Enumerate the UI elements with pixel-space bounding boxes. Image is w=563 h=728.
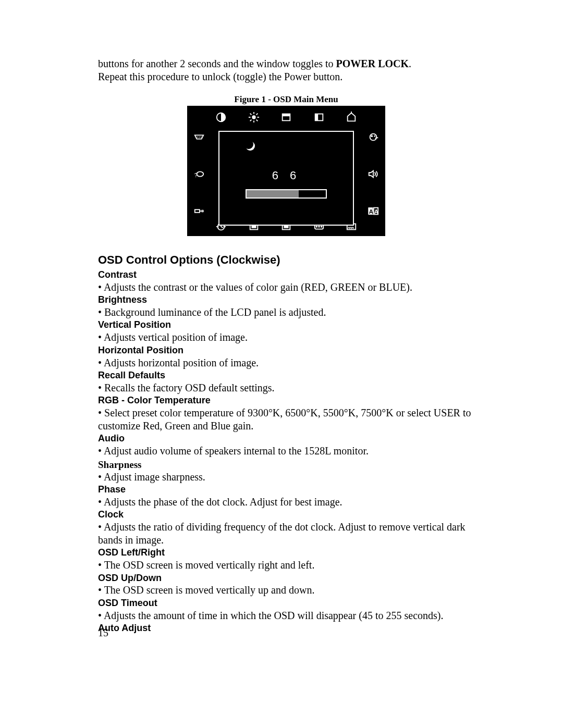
osd-progress-bar <box>246 189 327 199</box>
svg-line-7 <box>256 120 258 121</box>
svg-rect-37 <box>251 226 256 229</box>
figure-block: Figure 1 - OSD Main Menu ? AA <box>98 94 474 239</box>
svg-line-6 <box>250 114 251 115</box>
h-position-icon <box>311 111 327 124</box>
osd-icons-left-col: ? <box>191 131 207 217</box>
option-desc: • Adjusts horizontal position of image. <box>98 356 474 369</box>
intro-line-1: buttons for another 2 seconds and the wi… <box>98 57 474 70</box>
svg-text:A: A <box>369 208 373 215</box>
option-desc: • The OSD screen is moved vertically rig… <box>98 559 474 571</box>
option-desc: • Adjust image sharpness. <box>98 471 474 483</box>
option-desc: • Adjusts the phase of the dot clock. Ad… <box>98 496 474 508</box>
osd-inner-frame: CONTRAST 6 6 <box>218 131 354 226</box>
contrast-ball-icon <box>246 141 255 151</box>
svg-line-9 <box>256 114 258 115</box>
intro-line-2: Repeat this procedure to unlock (toggle)… <box>98 70 474 83</box>
svg-rect-39 <box>284 226 288 229</box>
option-title: Vertical Position <box>98 319 474 331</box>
option-desc: • Adjusts the amount of time in which th… <box>98 609 474 622</box>
svg-point-24 <box>370 134 377 141</box>
svg-text:A: A <box>374 208 378 215</box>
svg-point-18 <box>197 172 203 177</box>
option-title: Brightness <box>98 294 474 306</box>
osd-value: 6 6 <box>219 168 353 183</box>
option-desc: • Background luminance of the LCD panel … <box>98 306 474 318</box>
option-title: OSD Timeout <box>98 598 474 609</box>
osd-progress-fill <box>247 190 299 198</box>
svg-point-26 <box>374 135 375 137</box>
contrast-icon <box>213 111 229 124</box>
recall-defaults-icon <box>344 111 359 124</box>
option-title: Audio <box>98 433 474 445</box>
osd-icons-right-col: AA <box>365 131 381 217</box>
svg-point-41 <box>315 226 317 228</box>
svg-line-35 <box>221 227 223 228</box>
svg-line-8 <box>250 120 251 121</box>
intro-text-pre: buttons for another 2 seconds and the wi… <box>98 58 336 69</box>
brightness-icon <box>246 111 262 124</box>
svg-point-25 <box>371 135 373 138</box>
figure-caption: Figure 1 - OSD Main Menu <box>98 94 474 105</box>
power-lock-bold: POWER LOCK <box>336 58 409 69</box>
audio-icon <box>365 168 381 180</box>
svg-point-43 <box>320 226 322 228</box>
option-title: Phase <box>98 484 474 496</box>
phase-icon <box>191 205 207 217</box>
option-title: OSD Left/Right <box>98 547 474 559</box>
osd-title-row: CONTRAST <box>219 139 353 152</box>
svg-rect-20 <box>195 210 200 213</box>
svg-text:?: ? <box>194 172 198 178</box>
option-desc: • Adjusts the contrast or the values of … <box>98 281 474 293</box>
language-icon: ? <box>191 168 207 180</box>
option-title: OSD Up/Down <box>98 573 474 584</box>
option-desc: • Adjusts the ratio of dividing frequenc… <box>98 521 474 546</box>
option-title: Clock <box>98 509 474 521</box>
sharpness-icon: AA <box>365 205 381 217</box>
option-title: Horizontal Position <box>98 345 474 356</box>
option-desc: • The OSD screen is moved vertically up … <box>98 584 474 596</box>
option-title: Sharpness <box>98 459 474 471</box>
svg-point-1 <box>252 116 255 119</box>
intro-paragraph: buttons for another 2 seconds and the wi… <box>98 57 474 83</box>
option-title: Recall Defaults <box>98 370 474 381</box>
svg-point-16 <box>199 137 200 138</box>
page-number: 15 <box>98 626 108 639</box>
option-desc: • Recalls the factory OSD default settin… <box>98 381 474 394</box>
document-page: buttons for another 2 seconds and the wi… <box>0 0 563 728</box>
osd-title: CONTRAST <box>260 139 326 152</box>
v-position-icon <box>278 111 294 124</box>
option-desc: • Adjust audio volume of speakers intern… <box>98 445 474 457</box>
option-desc: • Adjusts vertical position of image. <box>98 331 474 343</box>
svg-point-42 <box>318 226 320 228</box>
option-title: Contrast <box>98 269 474 281</box>
svg-point-15 <box>197 137 198 138</box>
option-title: RGB - Color Temperature <box>98 395 474 406</box>
svg-rect-13 <box>315 114 318 121</box>
option-title: Auto Adjust <box>98 623 474 634</box>
svg-point-17 <box>201 137 202 138</box>
rgb-color-temp-icon <box>365 131 381 143</box>
intro-text-post: . <box>409 58 411 69</box>
port-icon <box>191 131 207 143</box>
osd-icons-top-row <box>213 111 359 124</box>
section-heading: OSD Control Options (Clockwise) <box>98 253 474 267</box>
osd-main-menu: ? AA CONTRAST <box>187 106 385 236</box>
option-desc: • Select preset color temperature of 930… <box>98 406 474 432</box>
options-block: Contrast • Adjusts the contrast or the v… <box>98 269 474 634</box>
svg-rect-11 <box>283 114 290 117</box>
